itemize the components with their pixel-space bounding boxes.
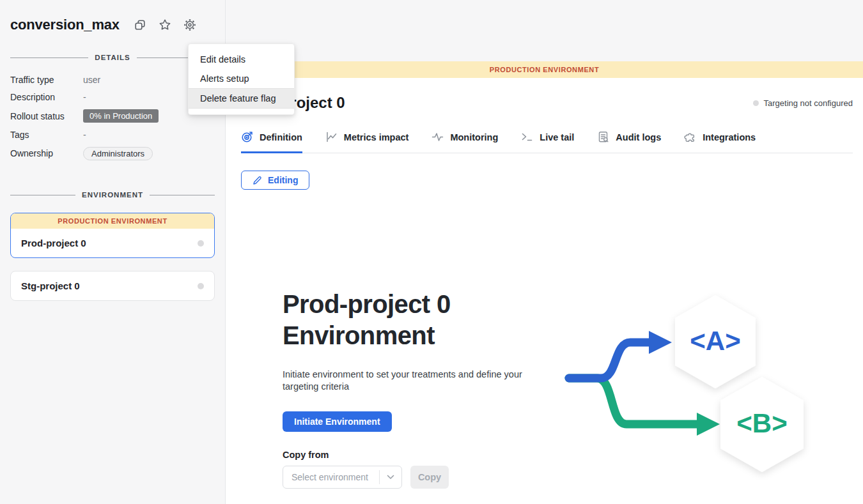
env-card-body: Stg-project 0 [11,271,214,300]
environment-heading: ENVIRONMENT [82,191,143,199]
detail-label: Description [10,92,83,102]
copy-icon[interactable] [134,19,146,31]
page-header: Prod-project 0 Targeting not configured [241,78,853,112]
env-card-name: Prod-project 0 [21,238,86,248]
production-environment-banner: PRODUCTION ENVIRONMENT [226,61,863,78]
detail-value: user [83,75,100,85]
detail-label: Tags [10,130,83,140]
tab-definition[interactable]: Definition [241,131,302,153]
chevron-down-icon [380,475,401,480]
env-card-prod[interactable]: PRODUCTION ENVIRONMENT Prod-project 0 [10,213,215,258]
top-spacer [226,0,863,61]
env-card-stg[interactable]: Stg-project 0 [10,271,215,301]
puzzle-icon [684,131,696,143]
editing-button[interactable]: Editing [241,171,309,190]
targeting-status-dot [753,100,759,106]
tab-label: Monitoring [450,132,498,142]
main-content: Prod-project 0 Targeting not configured [226,78,863,504]
tab-bar: Definition Metrics impact [241,131,853,153]
environment-select[interactable]: Select environment [283,466,402,489]
detail-value: - [83,130,86,140]
environment-select-placeholder: Select environment [283,472,379,482]
detail-row-tags: Tags - [10,126,215,143]
environment-section: ENVIRONMENT PRODUCTION ENVIRONMENT Prod-… [10,191,215,301]
detail-label: Traffic type [10,75,83,85]
detail-label: Rollout status [10,111,83,121]
blue-arrowhead [649,331,672,354]
targeting-status-label: Targeting not configured [764,98,853,108]
env-status-dot [198,283,204,289]
flag-title: conversion_max [10,17,120,33]
tab-metrics-impact[interactable]: Metrics impact [325,131,409,153]
targeting-status: Targeting not configured [753,98,853,108]
tab-audit-logs[interactable]: Audit logs [597,131,661,153]
hero-description: Initiate environment to set your treatme… [283,369,533,393]
copy-button[interactable]: Copy [410,466,449,489]
app: conversion_max [0,0,863,504]
detail-row-ownership: Ownership Administrators [10,144,215,163]
menu-item-delete-feature-flag[interactable]: Delete feature flag [189,88,294,109]
pulse-icon [432,131,444,143]
tab-label: Definition [260,132,302,142]
detail-row-traffic-type: Traffic type user [10,72,215,88]
tab-label: Audit logs [616,132,661,142]
menu-item-edit-details[interactable]: Edit details [189,50,294,69]
ownership-pill[interactable]: Administrators [83,147,153,160]
detail-label: Ownership [10,148,83,158]
initiate-environment-button[interactable]: Initiate Environment [283,411,392,432]
divider-line [10,195,75,195]
editing-button-label: Editing [268,175,298,185]
tab-live-tail[interactable]: Live tail [521,131,574,153]
tab-label: Metrics impact [344,132,409,142]
detail-row-description: Description - [10,89,215,105]
gear-dropdown-menu: Edit details Alerts setup Delete feature… [188,43,295,115]
details-rows: Traffic type user Description - Rollout … [10,72,215,163]
variant-a-label: <A> [690,326,740,356]
audit-log-icon [597,131,609,143]
divider-line [150,195,215,195]
env-status-dot [198,240,204,247]
blue-branch-line [569,342,651,378]
pencil-icon [253,176,262,185]
gear-icon[interactable] [183,19,196,31]
environment-section-header: ENVIRONMENT [10,191,215,199]
details-heading: DETAILS [95,54,130,61]
variant-b-label: <B> [736,408,787,438]
ab-split-illustration: <A> <B> [564,289,814,482]
env-card-name: Stg-project 0 [21,280,80,291]
detail-row-rollout-status: Rollout status 0% in Production [10,106,215,126]
line-chart-icon [325,131,338,143]
menu-item-alerts-setup[interactable]: Alerts setup [189,69,294,88]
green-branch-line [569,378,699,424]
divider-line [10,57,88,58]
tab-label: Integrations [703,132,756,142]
environment-hero: Prod-project 0 Environment Initiate envi… [283,289,853,489]
env-card-body: Prod-project 0 [11,229,214,257]
rollout-status-badge: 0% in Production [83,109,159,123]
green-arrowhead [697,413,720,436]
detail-value: - [83,92,86,102]
target-icon [241,131,253,143]
star-icon[interactable] [159,19,171,31]
details-section-header: DETAILS [10,54,215,61]
terminal-icon [521,131,533,143]
main-panel: PRODUCTION ENVIRONMENT Prod-project 0 Ta… [226,0,863,504]
flag-header: conversion_max [10,0,215,33]
tab-integrations[interactable]: Integrations [684,131,756,153]
tab-label: Live tail [540,132,574,142]
env-card-production-banner: PRODUCTION ENVIRONMENT [11,213,214,229]
tab-monitoring[interactable]: Monitoring [432,131,498,153]
